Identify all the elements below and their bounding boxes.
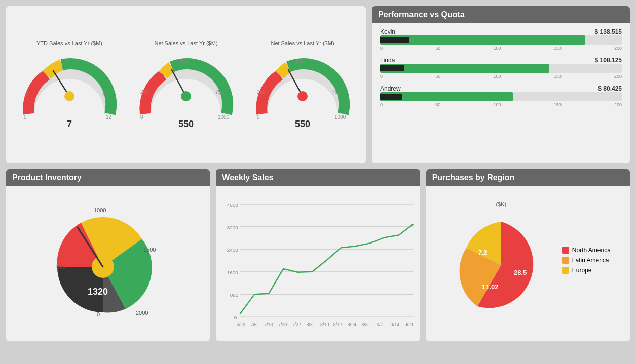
dashboard: YTD Sales vs Last Yr ($M) 0 3 6 9 12 <box>0 0 636 364</box>
purchases-header: Purchases by Region <box>426 169 630 186</box>
svg-text:9/7: 9/7 <box>377 322 383 327</box>
weekly-sales-body: 0 800 1600 2400 3200 4000 <box>216 186 420 337</box>
svg-text:6/29: 6/29 <box>237 322 245 327</box>
legend-color-europe <box>562 267 569 274</box>
performance-header: Performance vs Quota <box>372 6 630 23</box>
inventory-label-1000: 1000 <box>94 207 106 213</box>
inventory-panel: Product Inventory <box>6 169 210 341</box>
legend-label-north: North America <box>572 247 611 254</box>
purchases-value-europe: 7.2 <box>478 249 487 256</box>
perf-amount-andrew: $ 80.425 <box>598 85 622 92</box>
perf-name-linda: Linda <box>380 57 395 64</box>
perf-bar-actual-andrew <box>380 94 402 100</box>
svg-text:0: 0 <box>234 315 237 320</box>
perf-name-andrew: Andrew <box>380 85 401 92</box>
svg-text:9/14: 9/14 <box>391 322 399 327</box>
weekly-sales-header: Weekly Sales <box>216 169 420 186</box>
perf-bar-andrew <box>380 92 622 101</box>
perf-axis-andrew: 050100150200 <box>380 102 622 107</box>
svg-text:9: 9 <box>102 92 105 97</box>
gauge-net2: Net Sales vs Last Yr ($M) 0 250 500 750 … <box>244 40 361 130</box>
perf-axis-kevin: 050100150200 <box>380 46 622 51</box>
svg-text:750: 750 <box>215 89 224 95</box>
purchases-legend: North America Latin America Europe <box>562 247 611 277</box>
svg-text:8/3: 8/3 <box>307 322 313 327</box>
perf-amount-linda: $ 108.125 <box>595 57 622 64</box>
gauge-ytd-title: YTD Sales vs Last Yr ($M) <box>36 40 102 46</box>
svg-text:9/21: 9/21 <box>405 322 414 327</box>
svg-point-20 <box>297 91 308 101</box>
svg-text:500: 500 <box>296 58 305 64</box>
perf-bar-actual-kevin <box>380 37 409 43</box>
inventory-label-0: 0 <box>97 311 100 317</box>
gauge-net1-svg: 0 250 500 750 1000 <box>135 48 237 129</box>
perf-bar-fill-kevin <box>380 35 585 45</box>
perf-bar-linda <box>380 64 622 73</box>
svg-text:0: 0 <box>24 114 27 120</box>
gauge-net2-value: 550 <box>295 119 310 130</box>
gauge-ytd-value: 7 <box>67 119 72 130</box>
perf-axis-linda: 050100150200 <box>380 74 622 79</box>
inventory-label-1500: 1500 <box>143 247 156 253</box>
svg-text:7/6: 7/6 <box>251 322 257 327</box>
gauge-ytd: YTD Sales vs Last Yr ($M) 0 3 6 9 12 <box>11 40 128 130</box>
perf-amount-kevin: $ 138.515 <box>595 28 622 35</box>
purchases-chart: ($K) 28. <box>445 201 557 322</box>
performance-body: Kevin $ 138.515 050100150200 Linda $ 108… <box>372 23 630 118</box>
svg-text:6: 6 <box>64 58 67 64</box>
svg-point-13 <box>181 91 191 101</box>
svg-text:7/20: 7/20 <box>278 322 287 327</box>
svg-text:0: 0 <box>257 114 260 120</box>
weekly-sales-svg: 0 800 1600 2400 3200 4000 <box>220 190 416 333</box>
svg-text:1600: 1600 <box>227 270 239 275</box>
svg-text:8/24: 8/24 <box>348 322 356 327</box>
weekly-sales-line <box>240 224 414 314</box>
gauges-panel: YTD Sales vs Last Yr ($M) 0 3 6 9 12 <box>6 6 366 163</box>
legend-north-america: North America <box>562 247 611 254</box>
legend-color-latin <box>562 257 569 264</box>
performance-panel: Performance vs Quota Kevin $ 138.515 050… <box>372 6 630 163</box>
svg-text:8/31: 8/31 <box>362 322 370 327</box>
perf-row-andrew: Andrew $ 80.425 050100150200 <box>380 85 622 107</box>
purchases-panel: Purchases by Region ($K) <box>426 169 630 341</box>
svg-text:500: 500 <box>179 58 188 64</box>
svg-text:750: 750 <box>332 89 341 95</box>
inventory-body: 0 500 1000 1500 2000 1320 <box>6 186 210 337</box>
svg-text:0: 0 <box>140 114 143 120</box>
perf-name-kevin: Kevin <box>380 28 395 35</box>
svg-text:250: 250 <box>140 89 149 95</box>
svg-text:8/17: 8/17 <box>333 322 342 327</box>
svg-point-6 <box>64 91 74 101</box>
perf-row-linda: Linda $ 108.125 050100150200 <box>380 57 622 79</box>
purchases-value-latin: 11.02 <box>482 283 499 291</box>
svg-text:12: 12 <box>106 114 112 120</box>
purchases-body: ($K) 28. <box>426 186 630 337</box>
gauge-net1-title: Net Sales vs Last Yr ($M) <box>154 40 217 46</box>
inventory-header: Product Inventory <box>6 169 210 186</box>
svg-text:1000: 1000 <box>218 114 230 120</box>
svg-text:2400: 2400 <box>227 247 239 253</box>
weekly-sales-panel: Weekly Sales 0 800 1600 2400 3200 4000 <box>216 169 420 341</box>
gauge-net1: Net Sales vs Last Yr ($M) 0 250 500 750 … <box>128 40 244 130</box>
inventory-value: 1320 <box>88 287 108 297</box>
svg-text:3200: 3200 <box>227 225 239 230</box>
svg-text:250: 250 <box>257 89 266 95</box>
perf-row-kevin: Kevin $ 138.515 050100150200 <box>380 28 622 51</box>
legend-latin-america: Latin America <box>562 257 611 264</box>
inventory-label-500: 500 <box>56 264 65 270</box>
svg-text:8/10: 8/10 <box>320 322 329 327</box>
legend-europe: Europe <box>562 267 611 274</box>
svg-text:3: 3 <box>26 92 29 97</box>
svg-text:7/27: 7/27 <box>292 322 301 327</box>
inventory-label-2000: 2000 <box>136 310 148 316</box>
purchases-svg: 28.5 11.02 7.2 <box>445 209 557 320</box>
gauge-ytd-svg: 0 3 6 9 12 <box>19 48 120 129</box>
gauge-net2-title: Net Sales vs Last Yr ($M) <box>271 40 334 46</box>
purchases-value-north: 28.5 <box>514 269 527 276</box>
gauge-net2-svg: 0 250 500 750 1000 <box>252 48 353 129</box>
legend-label-latin: Latin America <box>572 257 609 264</box>
perf-bar-actual-linda <box>380 65 404 71</box>
legend-color-north <box>562 247 569 254</box>
svg-text:7/13: 7/13 <box>264 322 273 327</box>
perf-bar-fill-linda <box>380 64 549 73</box>
